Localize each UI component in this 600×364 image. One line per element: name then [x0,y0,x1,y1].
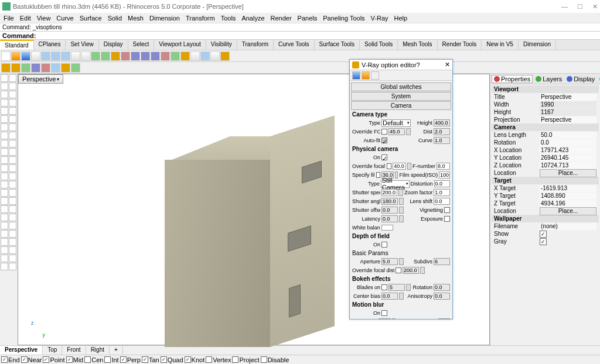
tool-icon[interactable] [9,238,16,246]
tool-icon[interactable] [9,255,16,262]
tab-dimension[interactable]: Dimension [519,40,556,50]
tool-icon[interactable] [9,148,16,156]
tool-icon[interactable] [1,99,8,107]
osnap-knot-checkbox[interactable] [185,356,191,363]
osnap-near-checkbox[interactable] [21,356,28,363]
zloc-field[interactable]: 10724.713 [540,162,596,169]
blades-on-checkbox[interactable] [381,284,387,290]
tool-icon[interactable] [9,132,16,139]
menu-edit[interactable]: Edit [18,15,33,22]
fov-field[interactable]: 45.0 [388,128,405,135]
wallpaper-show-checkbox[interactable]: ✓ [540,231,547,238]
tab-viewport-layout[interactable]: Viewport Layout [154,40,206,50]
menu-view[interactable]: View [35,15,53,22]
help-icon[interactable] [220,51,230,61]
tab-curve-tools[interactable]: Curve Tools [274,40,315,50]
tab-solid-tools[interactable]: Solid Tools [360,40,398,50]
menu-v-ray[interactable]: V-Ray [369,15,391,22]
render-icon[interactable] [180,51,190,61]
osnap-point-checkbox[interactable] [43,356,49,363]
vp-title-field[interactable]: Perspective [540,94,596,101]
cut-icon[interactable] [41,51,50,61]
tool-icon[interactable] [9,197,16,205]
panel-tab-properties[interactable]: Properties [492,75,533,83]
camera-place-button[interactable]: Place... [540,169,596,177]
tool-icon[interactable] [9,230,16,238]
viewport-tab-front[interactable]: Front [62,346,86,355]
camera-type-select[interactable]: Default [381,119,411,127]
tool-icon[interactable] [1,74,8,82]
osnap-vertex-checkbox[interactable] [206,356,212,363]
tool-icon[interactable] [9,115,16,123]
tool-icon[interactable] [1,222,8,229]
tool-icon[interactable] [9,83,16,90]
tab-cplanes[interactable]: CPlanes [34,40,66,50]
wallpaper-gray-checkbox[interactable]: ✓ [540,238,547,245]
tool-icon[interactable] [1,246,8,254]
lens-shift-field[interactable]: 0.0 [434,198,450,205]
tool-icon[interactable] [9,205,16,213]
dof-subdivs-field[interactable]: 6 [434,258,450,265]
xtarget-field[interactable]: -1619.913 [540,185,596,192]
vray-proxy-icon[interactable] [61,63,70,73]
shutter-speed-field[interactable]: 200.0 [381,189,398,196]
tool-icon[interactable] [9,263,16,270]
vray-close-button[interactable]: ✕ [445,61,450,68]
tool-icon[interactable] [9,156,16,164]
point-icon[interactable] [161,51,170,61]
tool-icon[interactable] [9,123,16,131]
rotate-icon[interactable] [101,51,110,61]
latency-field[interactable]: 0.0 [381,215,398,222]
tab-mesh-tools[interactable]: Mesh Tools [398,40,437,50]
tab-standard[interactable]: Standard [0,40,34,50]
vray-mat-icon[interactable] [31,63,40,73]
panel-tab-display[interactable]: Display [565,75,596,83]
tool-icon[interactable] [9,214,16,221]
osnap-tan-checkbox[interactable] [142,356,148,363]
osnap-project-checkbox[interactable] [232,356,238,363]
vray-render-icon[interactable] [1,63,11,73]
vray-options-dialog[interactable]: V-Ray option editor ? ✕ Global switches … [349,59,453,320]
vray-section-system[interactable]: System [351,92,451,101]
menu-help[interactable]: Help [392,15,410,22]
tool-icon[interactable] [9,107,16,115]
fnumber-field[interactable]: 8.0 [437,163,450,170]
viewport-tab-right[interactable]: Right [86,346,110,355]
paste-icon[interactable] [61,51,70,61]
layer-icon[interactable] [190,51,200,61]
viewport-tab-perspective[interactable]: Perspective [0,346,43,355]
tab-transform[interactable]: Transform [237,40,274,50]
join-icon[interactable] [121,51,130,61]
camera-height-field[interactable]: 400.0 [434,119,450,126]
vignetting-checkbox[interactable] [444,207,450,213]
osnap-cen-checkbox[interactable] [84,356,91,363]
ofd-field[interactable]: 200.0 [403,267,419,274]
tool-icon[interactable] [1,197,8,205]
viewport-tab-top[interactable]: Top [43,346,62,355]
tool-icon[interactable] [1,255,8,262]
zoom-factor-field[interactable]: 1.0 [434,189,450,196]
rotation-field[interactable]: 0.0 [540,139,596,146]
tab-render-tools[interactable]: Render Tools [438,40,482,50]
vray-help-button[interactable]: ? [417,61,420,68]
maximize-button[interactable]: ☐ [577,3,583,11]
split-icon[interactable] [151,51,160,61]
xloc-field[interactable]: 17971.423 [540,147,596,154]
menu-tools[interactable]: Tools [219,15,238,22]
viewport-title[interactable]: Perspective▾ [18,74,63,84]
menu-mesh[interactable]: Mesh [125,15,146,22]
osnap-quad-checkbox[interactable] [161,356,167,363]
menu-paneling-tools[interactable]: Paneling Tools [321,15,367,22]
save-icon[interactable] [21,51,30,61]
tool-icon[interactable] [1,189,8,197]
new-icon[interactable] [1,51,11,61]
tool-icon[interactable] [9,246,16,254]
osnap-perp-checkbox[interactable] [120,356,127,363]
trim-icon[interactable] [141,51,150,61]
options-icon[interactable] [210,51,220,61]
distortion-field[interactable]: 0.0 [434,180,450,187]
tool-icon[interactable] [9,140,16,147]
tab-surface-tools[interactable]: Surface Tools [315,40,360,50]
menu-curve[interactable]: Curve [54,15,76,22]
tool-icon[interactable] [1,214,8,221]
